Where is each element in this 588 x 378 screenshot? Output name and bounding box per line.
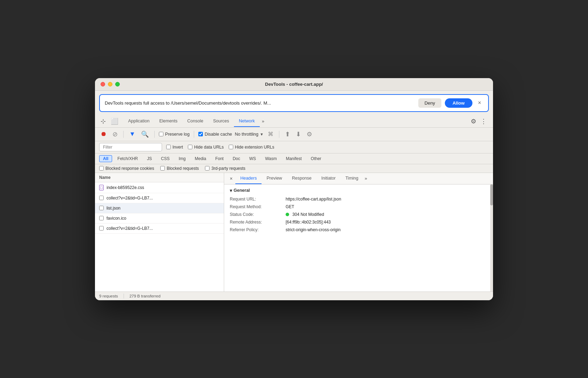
deny-button[interactable]: Deny bbox=[418, 98, 441, 108]
maximize-button[interactable] bbox=[115, 82, 120, 86]
tab-response[interactable]: Response bbox=[287, 173, 316, 184]
third-party-checkbox[interactable] bbox=[205, 166, 210, 171]
general-section-header: ▾ General bbox=[230, 188, 487, 193]
throttle-arrow-icon: ▼ bbox=[260, 132, 264, 136]
file-name: collect?v=2&tid=G-LB7... bbox=[106, 196, 220, 201]
filter-css[interactable]: CSS bbox=[157, 155, 174, 162]
resource-filters: All Fetch/XHR JS CSS Img Media Font Doc … bbox=[95, 153, 493, 164]
detail-row-remote: Remote Address: [64:ff9b::4b02:3c05]:443 bbox=[230, 220, 487, 225]
search-button[interactable]: 🔍 bbox=[140, 130, 150, 139]
tab-application[interactable]: Application bbox=[123, 116, 154, 127]
filter-button[interactable]: ▼ bbox=[128, 130, 137, 138]
toolbar-divider-4 bbox=[279, 131, 279, 138]
window-title: DevTools - coffee-cart.app/ bbox=[265, 82, 323, 87]
tab-console[interactable]: Console bbox=[182, 116, 208, 127]
scrollbar-thumb[interactable] bbox=[490, 184, 493, 205]
file-name: list.json bbox=[106, 206, 220, 211]
filter-doc[interactable]: Doc bbox=[229, 155, 244, 162]
network-settings-button[interactable]: ⚙ bbox=[305, 130, 314, 139]
filter-other[interactable]: Other bbox=[307, 155, 325, 162]
scrollbar-track[interactable] bbox=[490, 184, 493, 292]
list-item[interactable]: collect?v=2&tid=G-LB7... bbox=[95, 193, 224, 203]
filter-img[interactable]: Img bbox=[175, 155, 190, 162]
disable-cache-label[interactable]: Disable cache bbox=[198, 132, 232, 137]
device-icon-button[interactable]: ⬜ bbox=[109, 115, 120, 127]
tab-initiator[interactable]: Initiator bbox=[316, 173, 340, 184]
filter-input[interactable] bbox=[99, 143, 162, 151]
filter-wasm[interactable]: Wasm bbox=[261, 155, 281, 162]
hide-data-urls-checkbox[interactable] bbox=[188, 145, 192, 149]
detail-key: Request URL: bbox=[230, 197, 286, 202]
minimize-button[interactable] bbox=[108, 82, 112, 86]
tab-preview[interactable]: Preview bbox=[262, 173, 287, 184]
detail-value: https://coffee-cart.app/list.json bbox=[286, 197, 487, 202]
blocked-requests-checkbox[interactable] bbox=[160, 166, 165, 171]
status-bar: 9 requests 279 B transferred bbox=[95, 292, 493, 300]
tabs-more-button[interactable]: » bbox=[260, 116, 266, 127]
hide-extension-urls-checkbox[interactable] bbox=[229, 145, 233, 149]
list-item[interactable]: □ index-b859522e.css bbox=[95, 182, 224, 193]
disable-cache-checkbox[interactable] bbox=[198, 132, 203, 136]
cursor-icon-button[interactable]: ⊹ bbox=[99, 115, 107, 127]
details-tabs-more[interactable]: » bbox=[363, 173, 368, 184]
hide-extension-urls-label[interactable]: Hide extension URLs bbox=[229, 145, 274, 150]
toolbar-divider-1 bbox=[123, 131, 124, 138]
devtools-settings-button[interactable]: ⚙ bbox=[469, 116, 478, 127]
allow-button[interactable]: Allow bbox=[445, 98, 472, 108]
hide-data-urls-label[interactable]: Hide data URLs bbox=[188, 145, 224, 150]
clear-button[interactable]: ⊘ bbox=[111, 130, 119, 139]
upload-button[interactable]: ⬆ bbox=[284, 130, 292, 139]
banner-close-button[interactable]: × bbox=[476, 99, 483, 107]
file-checkbox[interactable] bbox=[99, 196, 104, 200]
throttle-group: No throttling ▼ bbox=[235, 132, 264, 137]
file-name: collect?v=2&tid=G-LB7... bbox=[106, 226, 220, 231]
list-item[interactable]: collect?v=2&tid=G-LB7... bbox=[95, 224, 224, 234]
file-checkbox[interactable] bbox=[99, 216, 104, 220]
tab-timing[interactable]: Timing bbox=[340, 173, 363, 184]
toolbar-divider-3 bbox=[194, 131, 194, 138]
preserve-log-label[interactable]: Preserve log bbox=[159, 132, 190, 137]
devtools-window: DevTools - coffee-cart.app/ DevTools req… bbox=[95, 78, 493, 300]
requests-count: 9 requests bbox=[99, 294, 118, 298]
close-button[interactable] bbox=[101, 82, 105, 86]
blocked-requests-label[interactable]: Blocked requests bbox=[160, 166, 199, 171]
devtools-menu-button[interactable]: ⋮ bbox=[478, 116, 489, 127]
third-party-label[interactable]: 3rd-party requests bbox=[205, 166, 245, 171]
file-name: favicon.ico bbox=[106, 216, 220, 221]
wifi-icon-button[interactable]: ⌘ bbox=[266, 130, 275, 138]
toolbar-divider-2 bbox=[154, 131, 155, 138]
tab-elements[interactable]: Elements bbox=[154, 116, 182, 127]
list-item[interactable]: list.json bbox=[95, 203, 224, 213]
detail-row-method: Request Method: GET bbox=[230, 204, 487, 209]
tab-headers[interactable]: Headers bbox=[235, 173, 262, 184]
filter-fetch-xhr[interactable]: Fetch/XHR bbox=[113, 155, 142, 162]
filter-font[interactable]: Font bbox=[211, 155, 227, 162]
network-toolbar: ⏺ ⊘ ▼ 🔍 Preserve log Disable cache No th… bbox=[95, 128, 493, 141]
detail-row-referrer: Referrer Policy: strict-origin-when-cros… bbox=[230, 227, 487, 232]
filter-all[interactable]: All bbox=[99, 155, 112, 162]
main-content: Name □ index-b859522e.css collect?v=2&ti… bbox=[95, 173, 493, 292]
transferred-size: 279 B transferred bbox=[130, 294, 161, 298]
invert-checkbox[interactable] bbox=[166, 145, 171, 149]
detail-value: 304 Not Modified bbox=[286, 212, 487, 217]
filter-manifest[interactable]: Manifest bbox=[282, 155, 306, 162]
detail-value: strict-origin-when-cross-origin bbox=[286, 227, 487, 232]
file-list: Name □ index-b859522e.css collect?v=2&ti… bbox=[95, 173, 224, 292]
filter-js[interactable]: JS bbox=[143, 155, 156, 162]
detail-value: GET bbox=[286, 204, 487, 209]
blocked-cookies-checkbox[interactable] bbox=[99, 166, 104, 171]
file-list-header: Name bbox=[95, 173, 224, 182]
file-checkbox[interactable] bbox=[99, 226, 104, 230]
list-item[interactable]: favicon.ico bbox=[95, 213, 224, 224]
blocked-cookies-label[interactable]: Blocked response cookies bbox=[99, 166, 154, 171]
filter-ws[interactable]: WS bbox=[245, 155, 260, 162]
download-button[interactable]: ⬇ bbox=[294, 130, 302, 139]
invert-label[interactable]: Invert bbox=[166, 145, 183, 150]
tab-network[interactable]: Network bbox=[234, 116, 260, 127]
filter-media[interactable]: Media bbox=[191, 155, 210, 162]
preserve-log-checkbox[interactable] bbox=[159, 132, 163, 136]
tab-sources[interactable]: Sources bbox=[208, 116, 234, 127]
record-stop-button[interactable]: ⏺ bbox=[99, 130, 108, 138]
file-checkbox[interactable] bbox=[99, 206, 104, 210]
details-close-button[interactable]: × bbox=[227, 173, 235, 184]
